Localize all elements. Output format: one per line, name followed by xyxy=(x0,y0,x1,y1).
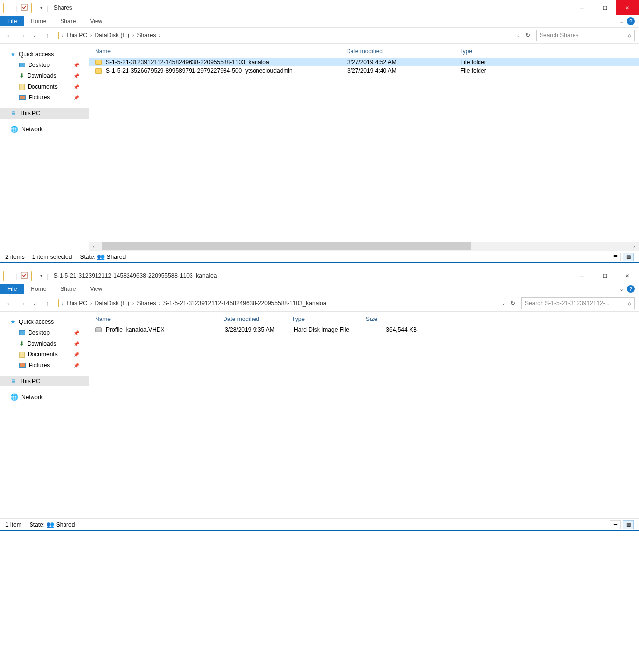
pin-icon: 📌 xyxy=(73,363,79,368)
nav-up-icon[interactable]: ↑ xyxy=(43,298,53,308)
scroll-right-icon[interactable]: › xyxy=(630,244,639,249)
addressbar[interactable]: › This PC › DataDisk (F:) › Shares › S-1… xyxy=(56,300,518,307)
tab-share[interactable]: Share xyxy=(53,284,83,294)
breadcrumb-segment[interactable]: This PC xyxy=(66,32,87,39)
search-input[interactable]: Search Shares ⌕ xyxy=(536,30,635,41)
maximize-button[interactable]: ☐ xyxy=(593,268,616,283)
breadcrumb-segment[interactable]: This PC xyxy=(66,300,87,307)
expand-ribbon-icon[interactable]: ⌄ xyxy=(619,286,624,292)
nav-quick-access[interactable]: ★ Quick access xyxy=(0,49,89,60)
view-details-button[interactable]: ☰ xyxy=(610,253,621,261)
address-dropdown-icon[interactable]: ⌄ xyxy=(502,301,506,306)
nav-quick-access[interactable]: ★ Quick access xyxy=(0,317,89,327)
tab-home[interactable]: Home xyxy=(24,284,53,294)
col-type[interactable]: Type xyxy=(292,316,366,322)
titlebar: | ▾ | Shares ─ ☐ ✕ xyxy=(0,0,639,15)
search-icon: ⌕ xyxy=(628,300,631,307)
breadcrumb-segment[interactable]: DataDisk (F:) xyxy=(95,300,129,307)
help-icon[interactable]: ? xyxy=(627,17,635,25)
pin-icon: 📌 xyxy=(73,330,79,336)
nav-up-icon[interactable]: ↑ xyxy=(43,31,53,40)
statusbar: 1 item State: 👥 Shared ☰ ▧ xyxy=(0,518,639,530)
search-input[interactable]: Search S-1-5-21-3123912112-... ⌕ xyxy=(521,297,635,309)
tab-view[interactable]: View xyxy=(83,284,109,294)
close-button[interactable]: ✕ xyxy=(616,0,639,15)
breadcrumb-segment[interactable]: Shares xyxy=(137,32,156,39)
svg-rect-1 xyxy=(21,272,27,278)
refresh-icon[interactable]: ↻ xyxy=(508,300,518,307)
nav-forward-icon[interactable]: → xyxy=(17,298,27,308)
nav-back-icon[interactable]: ← xyxy=(4,31,14,40)
scrollbar-horizontal[interactable]: ‹ › xyxy=(89,242,639,251)
view-large-button[interactable]: ▧ xyxy=(623,520,634,529)
nav-documents[interactable]: Documents 📌 xyxy=(0,81,89,92)
newfolder-icon[interactable] xyxy=(31,272,38,280)
nav-recent-icon[interactable]: ⌄ xyxy=(30,298,40,308)
nav-label: Network xyxy=(21,394,43,401)
newfolder-icon[interactable] xyxy=(31,4,38,12)
col-date[interactable]: Date modified xyxy=(346,48,459,55)
pin-icon: 📌 xyxy=(73,84,79,90)
nav-downloads[interactable]: ⬇ Downloads 📌 xyxy=(0,338,89,349)
col-name[interactable]: Name xyxy=(95,316,223,322)
nav-downloads[interactable]: ⬇ Downloads 📌 xyxy=(0,70,89,81)
nav-label: Pictures xyxy=(29,362,50,369)
cell-type: File folder xyxy=(460,59,534,65)
addressbar[interactable]: › This PC › DataDisk (F:) › Shares › ⌄ ↻ xyxy=(56,32,533,39)
nav-pictures[interactable]: Pictures 📌 xyxy=(0,360,89,371)
nav-pictures[interactable]: Pictures 📌 xyxy=(0,92,89,103)
list-item[interactable]: Profile_kanaloa.VHDX 3/28/2019 9:35 AM H… xyxy=(89,325,639,334)
qat-dropdown-icon[interactable]: ▾ xyxy=(40,273,43,278)
nav-recent-icon[interactable]: ⌄ xyxy=(30,31,40,40)
status-state: State: 👥 Shared xyxy=(80,253,126,260)
breadcrumb-segment[interactable]: Shares xyxy=(137,300,156,307)
folder-icon xyxy=(3,4,11,12)
nav-network[interactable]: 🌐 Network xyxy=(0,391,89,403)
nav-label: Quick access xyxy=(19,51,54,58)
close-button[interactable]: ✕ xyxy=(616,268,639,283)
nav-forward-icon[interactable]: → xyxy=(17,31,27,40)
tab-view[interactable]: View xyxy=(83,16,109,26)
column-headers[interactable]: Name Date modified Type xyxy=(89,44,639,58)
minimize-button[interactable]: ─ xyxy=(571,0,593,15)
nav-network[interactable]: 🌐 Network xyxy=(0,124,89,135)
properties-icon[interactable] xyxy=(21,4,29,12)
maximize-button[interactable]: ☐ xyxy=(593,0,616,15)
refresh-icon[interactable]: ↻ xyxy=(522,32,533,39)
nav-documents[interactable]: Documents 📌 xyxy=(0,349,89,360)
column-headers[interactable]: Name Date modified Type Size xyxy=(89,312,639,325)
tab-file[interactable]: File xyxy=(0,284,24,294)
star-icon: ★ xyxy=(10,319,16,325)
shared-icon: 👥 xyxy=(97,253,105,260)
file-list: Name Date modified Type Size Profile_kan… xyxy=(89,312,639,518)
tab-share[interactable]: Share xyxy=(53,16,83,26)
qat-dropdown-icon[interactable]: ▾ xyxy=(40,5,43,10)
address-dropdown-icon[interactable]: ⌄ xyxy=(516,33,520,38)
col-type[interactable]: Type xyxy=(459,48,533,55)
nav-this-pc[interactable]: 🖥 This PC xyxy=(0,376,89,386)
minimize-button[interactable]: ─ xyxy=(571,268,593,283)
list-item[interactable]: S-1-5-21-3123912112-1458249638-220955588… xyxy=(89,58,639,66)
nav-desktop[interactable]: Desktop 📌 xyxy=(0,60,89,70)
nav-back-icon[interactable]: ← xyxy=(4,298,14,308)
col-size[interactable]: Size xyxy=(366,316,415,322)
nav-this-pc[interactable]: 🖥 This PC xyxy=(0,108,89,119)
expand-ribbon-icon[interactable]: ⌄ xyxy=(619,18,624,25)
scroll-thumb[interactable] xyxy=(102,242,471,250)
list-item[interactable]: S-1-5-21-3526679529-899589791-2979227984… xyxy=(89,66,639,75)
breadcrumb-segment[interactable]: S-1-5-21-3123912112-1458249638-220955588… xyxy=(163,300,327,307)
properties-icon[interactable] xyxy=(21,272,29,280)
tab-home[interactable]: Home xyxy=(24,16,53,26)
breadcrumb-segment[interactable]: DataDisk (F:) xyxy=(95,32,129,39)
col-date[interactable]: Date modified xyxy=(223,316,292,322)
nav-label: Downloads xyxy=(27,72,56,79)
nav-desktop[interactable]: Desktop 📌 xyxy=(0,327,89,338)
view-details-button[interactable]: ☰ xyxy=(610,520,621,529)
view-large-button[interactable]: ▧ xyxy=(623,253,634,261)
scroll-left-icon[interactable]: ‹ xyxy=(89,244,98,249)
pin-icon: 📌 xyxy=(73,63,79,68)
help-icon[interactable]: ? xyxy=(627,285,635,293)
tab-file[interactable]: File xyxy=(0,16,24,26)
col-name[interactable]: Name xyxy=(95,48,346,55)
navbar: ← → ⌄ ↑ › This PC › DataDisk (F:) › Shar… xyxy=(0,295,639,312)
